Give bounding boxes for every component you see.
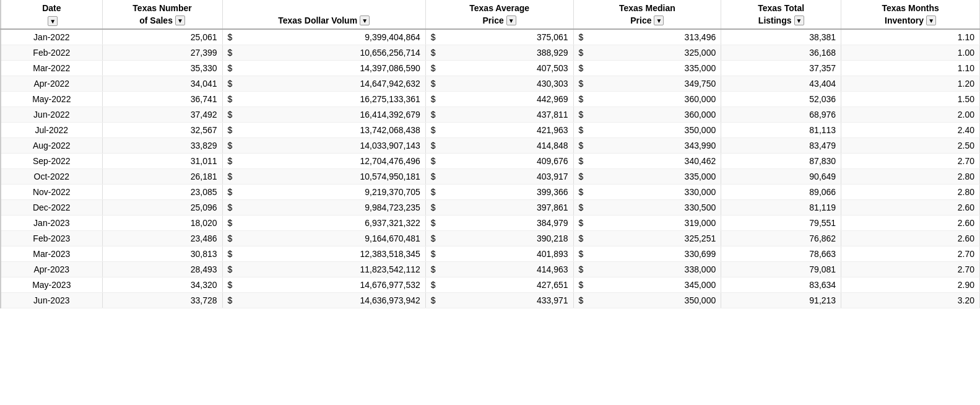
cell-number: 18,020 xyxy=(102,216,222,231)
cell-avg: $430,303 xyxy=(425,76,573,92)
cell-date: May-2023 xyxy=(1,277,102,293)
table-row: Aug-202233,829$14,033,907,143$414,848$34… xyxy=(1,138,980,154)
date-header-1: Date xyxy=(1,0,102,15)
cell-listings: 38,381 xyxy=(721,29,841,45)
median-dollar-icon: $ xyxy=(579,125,589,135)
cell-number: 33,829 xyxy=(102,138,222,154)
cell-number: 30,813 xyxy=(102,246,222,262)
median-dollar-icon: $ xyxy=(579,79,589,89)
cell-listings: 79,081 xyxy=(721,262,841,277)
cell-dollar: $9,164,670,481 xyxy=(222,231,425,246)
avg-filter-btn[interactable]: ▼ xyxy=(506,15,516,25)
median-dollar-icon: $ xyxy=(579,280,589,290)
cell-avg: $397,861 xyxy=(425,200,573,216)
median-dollar-icon: $ xyxy=(579,94,589,104)
median-dollar-icon: $ xyxy=(579,233,589,243)
dollar-sign-icon: $ xyxy=(228,202,238,212)
cell-inventory: 2.50 xyxy=(841,138,980,154)
cell-listings: 83,479 xyxy=(721,138,841,154)
avg-dollar-icon: $ xyxy=(431,125,441,135)
date-filter-btn[interactable]: ▼ xyxy=(48,16,58,26)
table-row: Apr-202328,493$11,823,542,112$414,963$33… xyxy=(1,262,980,277)
dollar-sign-icon: $ xyxy=(228,218,238,228)
avg-dollar-icon: $ xyxy=(431,141,441,150)
dollar-sign-icon: $ xyxy=(228,141,238,150)
table-row: Mar-202330,813$12,383,518,345$401,893$33… xyxy=(1,246,980,262)
cell-inventory: 2.70 xyxy=(841,262,980,277)
cell-dollar: $9,399,404,864 xyxy=(222,29,425,45)
median-dollar-icon: $ xyxy=(579,141,589,150)
number-filter-btn[interactable]: ▼ xyxy=(175,15,185,25)
dollar-header-2: Texas Dollar Volum ▼ xyxy=(222,15,425,29)
avg-dollar-icon: $ xyxy=(431,280,441,290)
cell-date: Jul-2022 xyxy=(1,123,102,138)
cell-dollar: $10,574,950,181 xyxy=(222,169,425,185)
cell-median: $338,000 xyxy=(573,262,721,277)
table-row: Feb-202227,399$10,656,256,714$388,929$32… xyxy=(1,45,980,61)
cell-date: Jun-2022 xyxy=(1,107,102,123)
cell-avg: $403,917 xyxy=(425,169,573,185)
median-dollar-icon: $ xyxy=(579,187,589,197)
avg-dollar-icon: $ xyxy=(431,202,441,212)
median-dollar-icon: $ xyxy=(579,48,589,58)
cell-number: 35,330 xyxy=(102,61,222,76)
median-filter-btn[interactable]: ▼ xyxy=(654,15,664,25)
cell-inventory: 2.60 xyxy=(841,216,980,231)
cell-number: 33,728 xyxy=(102,293,222,308)
dollar-sign-icon: $ xyxy=(228,249,238,259)
cell-listings: 81,119 xyxy=(721,200,841,216)
cell-listings: 52,036 xyxy=(721,92,841,107)
cell-median: $313,496 xyxy=(573,29,721,45)
number-header-2: of Sales ▼ xyxy=(102,15,222,29)
inventory-filter-btn[interactable]: ▼ xyxy=(926,15,936,25)
avg-dollar-icon: $ xyxy=(431,187,441,197)
cell-listings: 83,634 xyxy=(721,277,841,293)
inventory-header-1: Texas Months xyxy=(841,0,980,15)
avg-dollar-icon: $ xyxy=(431,48,441,58)
dollar-filter-btn[interactable]: ▼ xyxy=(360,15,370,25)
cell-dollar: $13,742,068,438 xyxy=(222,123,425,138)
cell-listings: 76,862 xyxy=(721,231,841,246)
dollar-sign-icon: $ xyxy=(228,79,238,89)
cell-median: $340,462 xyxy=(573,154,721,169)
cell-number: 25,061 xyxy=(102,29,222,45)
cell-median: $345,000 xyxy=(573,277,721,293)
cell-listings: 91,213 xyxy=(721,293,841,308)
cell-dollar: $14,397,086,590 xyxy=(222,61,425,76)
header-row-2: ▼ of Sales ▼ Texas Dollar Volum ▼ xyxy=(1,15,980,29)
cell-avg: $401,893 xyxy=(425,246,573,262)
median-dollar-icon: $ xyxy=(579,264,589,274)
cell-date: Feb-2023 xyxy=(1,231,102,246)
cell-inventory: 1.50 xyxy=(841,92,980,107)
table-row: May-202334,320$14,676,977,532$427,651$34… xyxy=(1,277,980,293)
table-row: Feb-202323,486$9,164,670,481$390,218$325… xyxy=(1,231,980,246)
cell-dollar: $14,676,977,532 xyxy=(222,277,425,293)
cell-dollar: $14,647,942,632 xyxy=(222,76,425,92)
cell-listings: 90,649 xyxy=(721,169,841,185)
cell-date: Jun-2023 xyxy=(1,293,102,308)
listings-filter-btn[interactable]: ▼ xyxy=(794,15,804,25)
avg-dollar-icon: $ xyxy=(431,172,441,181)
cell-date: Jan-2022 xyxy=(1,29,102,45)
cell-inventory: 2.60 xyxy=(841,231,980,246)
median-dollar-icon: $ xyxy=(579,249,589,259)
table-row: Jan-202318,020$6,937,321,322$384,979$319… xyxy=(1,216,980,231)
avg-dollar-icon: $ xyxy=(431,110,441,120)
cell-dollar: $14,033,907,143 xyxy=(222,138,425,154)
cell-listings: 43,404 xyxy=(721,76,841,92)
cell-date: Feb-2022 xyxy=(1,45,102,61)
cell-avg: $388,929 xyxy=(425,45,573,61)
cell-listings: 78,663 xyxy=(721,246,841,262)
cell-avg: $442,969 xyxy=(425,92,573,107)
cell-dollar: $11,823,542,112 xyxy=(222,262,425,277)
dollar-sign-icon: $ xyxy=(228,63,238,73)
table-row: Nov-202223,085$9,219,370,705$399,366$330… xyxy=(1,185,980,200)
cell-number: 26,181 xyxy=(102,169,222,185)
dollar-sign-icon: $ xyxy=(228,48,238,58)
cell-listings: 79,551 xyxy=(721,216,841,231)
cell-inventory: 3.20 xyxy=(841,293,980,308)
cell-dollar: $10,656,256,714 xyxy=(222,45,425,61)
dollar-sign-icon: $ xyxy=(228,264,238,274)
median-dollar-icon: $ xyxy=(579,156,589,166)
cell-median: $319,000 xyxy=(573,216,721,231)
